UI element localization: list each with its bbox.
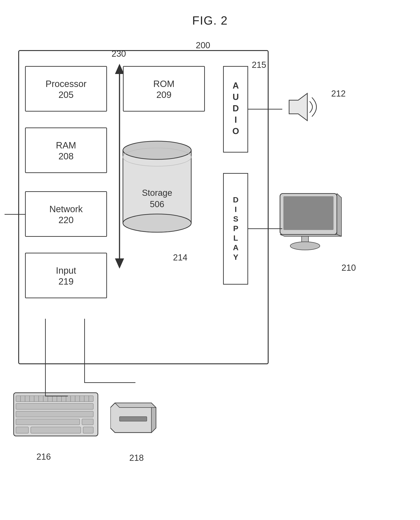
input-box: Input 219 [25,253,107,298]
network-box: Network 220 [25,191,107,237]
processor-box: Processor 205 [25,66,107,112]
display-connection-line [248,228,282,229]
label-200: 200 [196,40,210,50]
ref-label-214: 214 [173,253,187,263]
keyboard-icon [13,392,99,437]
svg-rect-25 [16,427,29,433]
audio-box: AUDIO [223,66,248,152]
input-keyboard-vertical-line [45,319,46,396]
network-connection-line [5,214,25,215]
svg-rect-23 [82,419,93,425]
svg-point-15 [290,242,320,250]
svg-rect-13 [283,196,333,230]
input-label: Input [56,264,76,276]
ref-label-218: 218 [129,453,144,463]
svg-text:Storage: Storage [142,188,172,198]
storage-cylinder-container: Storage 506 [114,137,200,237]
processor-label: Processor [45,78,87,90]
svg-rect-21 [16,411,93,417]
svg-rect-46 [120,417,147,421]
rom-box: ROM 209 [123,66,205,112]
input-mouse-vertical-line [84,319,85,383]
rom-number: 209 [156,90,172,100]
ref-label-216: 216 [37,452,51,462]
ref-label-215: 215 [252,60,266,70]
network-label: Network [49,203,83,215]
svg-marker-16 [337,194,341,236]
input-number: 219 [59,276,74,287]
svg-marker-45 [115,403,156,407]
svg-rect-26 [83,427,93,433]
ram-number: 208 [59,151,74,161]
audio-label: AUDIO [231,81,241,138]
svg-text:506: 506 [150,199,164,209]
svg-rect-22 [16,419,80,425]
svg-marker-17 [280,234,341,236]
display-box: DISPLAY [223,173,248,285]
svg-marker-2 [115,258,124,269]
input-mouse-horiz-line [84,382,135,383]
svg-rect-20 [16,403,93,409]
storage-cylinder: Storage 506 [121,137,194,237]
svg-marker-11 [289,93,307,121]
figure-title: FIG. 2 [192,14,228,27]
ram-box: RAM 208 [25,128,107,173]
svg-rect-3 [123,150,191,223]
input-keyboard-horiz-line [45,396,68,396]
svg-point-4 [123,214,191,232]
svg-point-7 [123,141,191,159]
svg-rect-24 [31,427,81,433]
display-label: DISPLAY [231,195,240,262]
speaker-icon [282,89,328,125]
network-number: 220 [59,215,74,225]
svg-marker-1 [115,64,124,74]
mouse-device-icon [110,392,160,437]
ram-label: RAM [56,139,76,151]
monitor-icon [276,191,348,255]
audio-connection-line [248,109,282,110]
rom-label: ROM [153,78,174,90]
processor-number: 205 [59,90,74,100]
ref-label-212: 212 [331,89,345,98]
svg-rect-19 [16,396,93,402]
ref-label-210: 210 [341,263,356,273]
